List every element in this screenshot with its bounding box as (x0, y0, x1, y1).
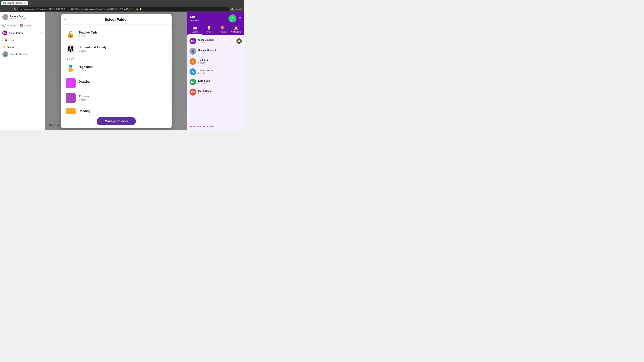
folder-item-highlights[interactable]: 🏅 Highlights 0 posts (61, 61, 172, 76)
folder-item-photos[interactable]: Photos 0 posts (61, 90, 172, 105)
incognito-label: 🕵️ Incognito (230, 7, 242, 11)
tab-title: Journal - Seesaw (7, 2, 23, 4)
student-family-posts: 0 posts (79, 49, 167, 52)
modal-body: 🔒 Teacher Only 0 posts 👨‍👩‍👧 (61, 25, 172, 114)
student-row-jack[interactable]: JP Jack Pot 5 posts (187, 56, 244, 67)
teacher-only-posts: 0 posts (79, 35, 167, 37)
right-user-name: Mo (190, 15, 199, 19)
class-journal-name: Class Journal (198, 38, 234, 41)
forward-button[interactable]: → (8, 7, 12, 11)
sample-posts: 7 posts (198, 51, 242, 54)
john-posts: 5 posts (198, 72, 242, 74)
right-header: Mo Moodjoy + Add ⚙ (187, 12, 244, 25)
journal-tab-label: Journal (192, 31, 198, 33)
notifications-tab-label: Notifications (231, 31, 241, 33)
teacher-only-icon-wrap: 🔒 (66, 29, 76, 39)
user-avatar: L (2, 14, 8, 20)
folder-item-reading[interactable]: Reading 0 posts (61, 105, 172, 114)
pinned-section: ⭐ Pinned 👤 Sample Student (0, 44, 45, 60)
john-avatar: JL (190, 68, 196, 75)
photos-color-swatch (66, 93, 76, 103)
right-footer: ⊕ Students ⊕ Families (187, 123, 244, 130)
jack-info: Jack Pot 5 posts (198, 59, 242, 64)
refresh-button[interactable]: ↻ (13, 7, 17, 11)
prev-arrow-icon[interactable]: ‹ (2, 39, 3, 42)
url-text: app.seesaw.me/#/class/class.e01bf4c2-9a2… (24, 8, 134, 10)
add-families-icon: ⊕ (203, 125, 206, 128)
chevron-down-icon: ▼ (41, 32, 43, 34)
students-footer-label: Students (193, 125, 201, 128)
folder-item-drawing[interactable]: Drawing 5 posts (61, 76, 172, 90)
library-label: Library (24, 24, 31, 27)
karen-info: Karen Dale 4 posts (198, 79, 242, 84)
modal-overlay[interactable]: × Select Folder 🔒 Teacher Only 0 posts (45, 12, 187, 130)
right-panel: Mo Moodjoy + Add ⚙ 📖 Journal 💡 Activitie… (187, 12, 244, 130)
mordi-name: Mordi Seem (198, 90, 242, 92)
settings-icon[interactable]: ⚙ (238, 16, 242, 20)
add-button[interactable]: + Add (228, 14, 236, 22)
pinned-student-item[interactable]: 👤 Sample Student (2, 50, 43, 58)
karen-posts: 4 posts (198, 82, 242, 84)
class-journal-posts: 7 posts (198, 41, 234, 43)
scrollbar (170, 37, 170, 105)
student-family-info: Student and Family 0 posts (79, 45, 167, 52)
plus-icon: + (232, 16, 234, 19)
progress-tab-label: Progress (219, 31, 226, 33)
folder-item-teacher-only[interactable]: 🔒 Teacher Only 0 posts (61, 27, 172, 41)
sample-student-name: Sample Student (10, 53, 27, 56)
student-row-mordi[interactable]: MS Mordi Seem 4 posts (187, 87, 244, 97)
jack-posts: 5 posts (198, 62, 242, 64)
progress-tab-icon: 🏆 (220, 26, 225, 30)
tab-notifications[interactable]: 🔔 Notifications (229, 25, 243, 35)
student-row-karen[interactable]: KD Karen Dale 4 posts (187, 77, 244, 87)
sample-info: Sample Student 7 posts (198, 49, 242, 54)
students-list: Mo Class Journal 7 posts 📁 👤 Sample Stud… (187, 35, 244, 123)
activities-tab-icon: 💡 (206, 26, 211, 30)
families-footer-btn[interactable]: ⊕ Families (203, 125, 214, 128)
modal-header: × Select Folder (61, 14, 172, 25)
modal-close-button[interactable]: × (64, 17, 66, 22)
folder-item-student-family[interactable]: 👨‍👩‍👧 Student and Family 0 posts (61, 41, 172, 56)
drawing-info: Drawing 5 posts (79, 80, 167, 86)
address-bar: ← → ↻ 🔒 app.seesaw.me/#/class/class.e01b… (0, 6, 244, 12)
class-selector[interactable]: Mo Class Journal ▼ (0, 29, 45, 37)
star-award-icon: 🏅 (66, 64, 75, 72)
tab-journal[interactable]: 📖 Journal (188, 25, 202, 35)
highlights-name: Highlights (79, 65, 167, 69)
right-user-sub: Moodjoy (190, 19, 199, 22)
tab-close-button[interactable]: × (24, 2, 26, 4)
student-row-john[interactable]: JL John Louises 5 posts (187, 67, 244, 77)
class-name: Class Journal (9, 32, 40, 34)
student-row-class-journal[interactable]: Mo Class Journal 7 posts 📁 (187, 36, 244, 46)
student-row-sample[interactable]: 👤 Sample Student 7 posts (187, 46, 244, 56)
manage-folders-button[interactable]: Manage Folders (96, 117, 136, 125)
active-tab[interactable]: S Journal - Seesaw × (1, 1, 28, 5)
journal-tab-icon: 📖 (193, 26, 198, 30)
url-bar[interactable]: 🔒 app.seesaw.me/#/class/class.e01bf4c2-9… (18, 7, 229, 11)
karen-name: Karen Dale (198, 79, 242, 82)
sample-name: Sample Student (198, 49, 242, 51)
date-filter[interactable]: ‹ 📅 Dates (0, 37, 45, 44)
tab-progress[interactable]: 🏆 Progress (216, 25, 229, 35)
add-label: Add (231, 19, 234, 21)
jack-avatar: JP (190, 58, 196, 65)
highlights-icon-wrap: 🏅 (66, 63, 76, 73)
user-role: Teacher · 2 Classes (10, 17, 43, 19)
karen-avatar: KD (190, 79, 196, 85)
lock-icon: 🔒 (66, 30, 75, 38)
folders-section-label: Folders (61, 56, 172, 61)
new-tab-button[interactable]: + (28, 1, 33, 5)
class-journal-avatar: Mo (190, 38, 196, 44)
photos-posts: 0 posts (79, 98, 167, 101)
students-footer-btn[interactable]: ⊕ Students (190, 125, 201, 128)
library-nav-item[interactable]: 📚 Library (20, 24, 31, 27)
library-icon: 📚 (20, 24, 23, 27)
messages-nav-item[interactable]: 💬 Messages (2, 24, 17, 27)
messages-icon: 💬 (2, 24, 6, 27)
back-button[interactable]: ← (2, 7, 6, 11)
class-journal-folder-btn[interactable]: 📁 (236, 38, 242, 44)
right-user-section: Mo Moodjoy (190, 15, 199, 22)
tab-activities[interactable]: 💡 Activities (202, 25, 216, 35)
dates-label: Dates (9, 39, 14, 42)
pin-star-icon: ⭐ (2, 45, 6, 49)
